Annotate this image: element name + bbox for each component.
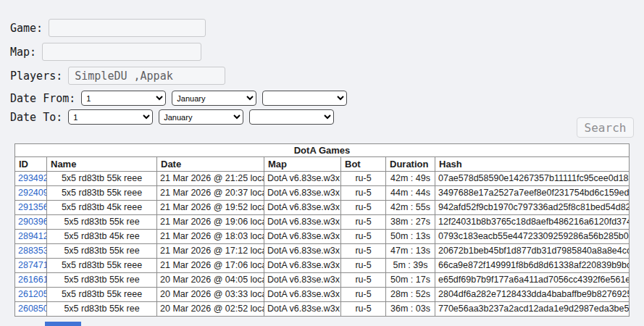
game-name: 5x5 rd83tb 55k reee <box>47 186 157 201</box>
game-map: DotA v6.83se.w3x <box>264 172 341 186</box>
game-date: 21 Mar 2026 @ 18:03 local <box>157 230 264 244</box>
game-map: DotA v6.83se.w3x <box>264 302 341 317</box>
game-id-link[interactable]: 287471 <box>18 260 47 270</box>
date-to-month-select[interactable]: January <box>159 109 243 125</box>
game-hash: 20672b1beb45bf1d877db31d7985840a8a8e4cc7 <box>435 244 630 259</box>
game-map: DotA v6.83se.w3x <box>264 244 341 259</box>
game-id-link[interactable]: 289412 <box>18 231 47 241</box>
game-id-link[interactable]: 290396 <box>18 217 47 227</box>
game-duration: 44m : 44s <box>386 186 435 201</box>
game-id-link[interactable]: 261205 <box>18 289 47 299</box>
date-from-label: Date From: <box>10 92 75 105</box>
table-title-row: DotA Games <box>15 144 630 157</box>
game-name: 5x5 rd83tb 55k ree <box>47 302 157 317</box>
game-bot: ru-5 <box>341 172 386 186</box>
column-header-duration: Duration <box>386 157 435 172</box>
game-id-link[interactable]: 260850 <box>18 304 47 314</box>
game-id-link[interactable]: 292409 <box>18 188 47 198</box>
table-header-row: ID Name Date Map Bot Duration Hash <box>15 157 630 172</box>
date-from-year-select[interactable] <box>262 91 347 106</box>
date-to-year-select[interactable] <box>249 109 334 125</box>
game-name: 5x5 rd83tb 55k ree <box>47 244 157 259</box>
column-header-name: Name <box>47 157 157 172</box>
game-date: 21 Mar 2026 @ 19:52 local <box>157 201 264 215</box>
game-input[interactable] <box>49 19 206 37</box>
players-label: Players: <box>10 70 62 83</box>
game-duration: 42m : 55s <box>386 201 435 215</box>
date-from-month-select[interactable]: January <box>172 91 256 106</box>
date-to-row: Date To: 1 January <box>10 109 644 125</box>
table-row: 293492 5x5 rd83tb 55k reee 21 Mar 2026 @… <box>15 172 630 186</box>
game-date: 21 Mar 2026 @ 19:06 local <box>157 215 264 230</box>
column-header-id: ID <box>15 157 47 172</box>
game-bot: ru-5 <box>341 259 386 273</box>
games-table: DotA Games ID Name Date Map Bot Duration… <box>14 143 630 317</box>
players-row: Players: <box>10 67 644 85</box>
game-name: 5x5 rd83tb 45k reee <box>47 201 157 215</box>
column-header-hash: Hash <box>435 157 630 172</box>
game-duration: 50m : 17s <box>386 273 435 288</box>
game-name: 5x5 rd83tb 55k reee <box>47 259 157 273</box>
game-bot: ru-5 <box>341 215 386 230</box>
game-bot: ru-5 <box>341 302 386 317</box>
table-row: 288353 5x5 rd83tb 55k ree 21 Mar 2026 @ … <box>15 244 630 259</box>
map-row: Map: <box>10 43 644 61</box>
search-button[interactable]: Search <box>577 117 634 138</box>
game-hash: 0793c183eacb55e44723309259286a56b285b05c <box>435 230 630 244</box>
game-date: 20 Mar 2026 @ 02:52 local <box>157 302 264 317</box>
table-row: 291356 5x5 rd83tb 45k reee 21 Mar 2026 @… <box>15 201 630 215</box>
game-map: DotA v6.83se.w3x <box>264 288 341 302</box>
game-id-link[interactable]: 288353 <box>18 246 47 256</box>
game-date: 21 Mar 2026 @ 21:25 local <box>157 172 264 186</box>
game-bot: ru-5 <box>341 186 386 201</box>
game-row: Game: <box>10 19 644 37</box>
game-map: DotA v6.83se.w3x <box>264 230 341 244</box>
game-map: DotA v6.83se.w3x <box>264 259 341 273</box>
game-date: 21 Mar 2026 @ 17:12 local <box>157 244 264 259</box>
date-to-day-select[interactable]: 1 <box>68 109 153 125</box>
map-input[interactable] <box>42 43 201 61</box>
game-id-link[interactable]: 291356 <box>18 202 47 212</box>
game-hash: 942afd52f9cb1970c797336ad25f8c81bed54d82 <box>435 201 630 215</box>
game-name: 5x5 rd83tb 55k reee <box>47 172 157 186</box>
game-bot: ru-5 <box>341 230 386 244</box>
table-row: 289412 5x5 rd83tb 45k ree 21 Mar 2026 @ … <box>15 230 630 244</box>
date-from-row: Date From: 1 January <box>10 91 644 106</box>
game-id-link[interactable]: 293492 <box>18 173 47 183</box>
horizontal-scrollbar-thumb[interactable] <box>45 322 81 326</box>
game-bot: ru-5 <box>341 288 386 302</box>
game-name: 5x5 rd83tb 55k ree <box>47 273 157 288</box>
game-map: DotA v6.83se.w3x <box>264 186 341 201</box>
game-hash: 2804df6a282e7128433dda4babaffbe9b8276925 <box>435 288 630 302</box>
table-row: 287471 5x5 rd83tb 55k reee 21 Mar 2026 @… <box>15 259 630 273</box>
map-label: Map: <box>10 46 36 59</box>
game-hash: e65df69b7b9f177a6a411ad7056cc4392f6e561e <box>435 273 630 288</box>
column-header-bot: Bot <box>341 157 386 172</box>
game-bot: ru-5 <box>341 244 386 259</box>
game-name: 5x5 rd83tb 45k ree <box>47 230 157 244</box>
table-row: 261205 5x5 rd83tb 55k reee 20 Mar 2026 @… <box>15 288 630 302</box>
game-name: 5x5 rd83tb 55k ree <box>47 215 157 230</box>
game-bot: ru-5 <box>341 273 386 288</box>
search-form: Game: Map: Players: Date From: 1 January… <box>0 0 644 125</box>
game-duration: 5m : 39s <box>386 259 435 273</box>
table-row: 260850 5x5 rd83tb 55k ree 20 Mar 2026 @ … <box>15 302 630 317</box>
date-to-label: Date To: <box>10 111 62 124</box>
table-title: DotA Games <box>15 144 630 157</box>
game-duration: 28m : 52s <box>386 288 435 302</box>
players-input[interactable] <box>68 67 225 85</box>
game-duration: 36m : 03s <box>386 302 435 317</box>
date-from-day-select[interactable]: 1 <box>81 91 166 106</box>
game-date: 21 Mar 2026 @ 20:37 local <box>157 186 264 201</box>
game-map: DotA v6.83se.w3x <box>264 201 341 215</box>
game-bot: ru-5 <box>341 201 386 215</box>
table-row: 261661 5x5 rd83tb 55k ree 20 Mar 2026 @ … <box>15 273 630 288</box>
game-id-link[interactable]: 261661 <box>18 275 47 285</box>
game-duration: 47m : 13s <box>386 244 435 259</box>
game-hash: 770e56aa3b237a2acd12ada1e9d2987eda3be54c <box>435 302 630 317</box>
game-hash: 07ae578d58590e14267357b11111fc95cee0d183 <box>435 172 630 186</box>
game-duration: 38m : 27s <box>386 215 435 230</box>
column-header-date: Date <box>157 157 264 172</box>
game-map: DotA v6.83se.w3x <box>264 215 341 230</box>
game-hash: 12f24031b8b3765c18d8aefb486216a6120fd374 <box>435 215 630 230</box>
